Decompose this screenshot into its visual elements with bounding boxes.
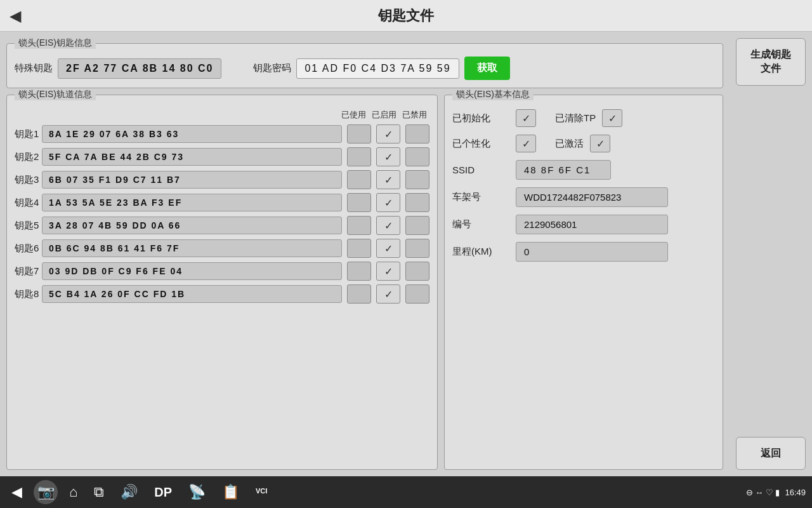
vin-row: 车架号 WDD1724482F075823 [452,187,715,207]
basic-info-inner: 已初始化 ✓ 已清除TP ✓ 已个性化 ✓ 已激活 ✓ SSID [452,109,715,262]
vci-icon[interactable]: VCI [251,482,286,502]
taskbar: ◀ 📷 ⌂ ⧉ 🔊 DP 📡 📋 VCI ⊖ ↔ ♡ ▮ 16:49 [0,476,812,508]
special-key-value: 2F A2 77 CA 8B 14 80 C0 [58,58,221,79]
col-disabled-header: 已禁用 [402,109,427,121]
col-enabled-header: 已启用 [371,109,396,121]
table-row: 钥匙4 1A 53 5A 5E 23 BA F3 EF ✓ [15,193,429,212]
key1-disabled-checkbox[interactable] [405,124,429,144]
right-panel: 生成钥匙文件 返回 [730,32,812,476]
key8-disabled-checkbox[interactable] [405,284,429,304]
left-panel: 锁头(EIS)钥匙信息 特殊钥匙 2F A2 77 CA 8B 14 80 C0… [0,32,730,476]
key3-used-checkbox[interactable] [347,170,371,189]
key5-value: 3A 28 07 4B 59 DD 0A 66 [42,217,342,234]
key4-used-checkbox[interactable] [347,193,371,212]
key8-used-checkbox[interactable] [347,284,371,304]
camera-icon[interactable]: 📷 [34,480,58,504]
taskbar-right: ⊖ ↔ ♡ ▮ 16:49 [746,488,806,497]
table-row: 钥匙7 03 9D DB 0F C9 F6 FE 04 ✓ [15,262,429,281]
basic-info-section: 锁头(EIS)基本信息 已初始化 ✓ 已清除TP ✓ 已个性化 ✓ 已激活 ✓ [444,95,723,470]
personal-row: 已个性化 ✓ 已激活 ✓ [452,135,715,152]
special-key-item: 特殊钥匙 2F A2 77 CA 8B 14 80 C0 [15,58,221,79]
main-content: 锁头(EIS)钥匙信息 特殊钥匙 2F A2 77 CA 8B 14 80 C0… [0,32,812,476]
key5-enabled-checkbox[interactable]: ✓ [376,216,400,235]
key5-used-checkbox[interactable] [347,216,371,235]
table-row: 钥匙6 0B 6C 94 8B 61 41 F6 7F ✓ [15,239,429,258]
key2-label: 钥匙2 [15,151,37,163]
ssid-value: 48 8F 6F C1 [516,160,611,180]
key7-disabled-checkbox[interactable] [405,262,429,281]
status-icons: ⊖ ↔ ♡ ▮ [746,488,780,497]
key2-disabled-checkbox[interactable] [405,147,429,166]
init-row: 已初始化 ✓ 已清除TP ✓ [452,109,715,127]
key2-enabled-checkbox[interactable]: ✓ [376,147,400,166]
mileage-value: 0 [516,242,668,262]
track-header: 已使用 已启用 已禁用 [15,109,429,121]
key7-label: 钥匙7 [15,265,37,277]
number-value: 2129056801 [516,215,668,234]
key7-enabled-checkbox[interactable]: ✓ [376,262,400,281]
vin-label: 车架号 [452,191,509,203]
key6-disabled-checkbox[interactable] [405,239,429,258]
eis-key-info-title: 锁头(EIS)钥匙信息 [15,37,96,49]
clock: 16:49 [785,488,806,497]
password-value: 01 AD F0 C4 D3 7A 59 59 [296,58,459,79]
key1-enabled-checkbox[interactable]: ✓ [376,124,400,144]
home-icon[interactable]: ⌂ [64,481,82,503]
volume-icon[interactable]: 🔊 [115,481,143,503]
vin-value: WDD1724482F075823 [516,187,668,207]
key7-used-checkbox[interactable] [347,262,371,281]
get-button[interactable]: 获取 [464,57,510,80]
ssid-row: SSID 48 8F 6F C1 [452,160,715,180]
mileage-row: 里程(KM) 0 [452,242,715,262]
initialized-label: 已初始化 [452,112,509,124]
password-label: 钥匙密码 [253,62,291,74]
key4-enabled-checkbox[interactable]: ✓ [376,193,400,212]
cleared-tp-checkbox[interactable]: ✓ [602,109,622,127]
key2-used-checkbox[interactable] [347,147,371,166]
col-used-header: 已使用 [341,109,366,121]
table-row: 钥匙2 5F CA 7A BE 44 2B C9 73 ✓ [15,147,429,166]
bottom-sections: 锁头(EIS)轨道信息 已使用 已启用 已禁用 钥匙1 8A 1E 29 07 … [6,95,723,470]
ssid-label: SSID [452,164,509,175]
dp-icon[interactable]: DP [149,483,177,502]
track-info-title: 锁头(EIS)轨道信息 [15,89,96,100]
back-button[interactable]: ◀ [10,7,21,25]
wifi-signal-icon[interactable]: 📡 [183,481,211,503]
key1-used-checkbox[interactable] [347,124,371,144]
key8-label: 钥匙8 [15,288,37,300]
key6-enabled-checkbox[interactable]: ✓ [376,239,400,258]
key6-label: 钥匙6 [15,243,37,255]
key6-used-checkbox[interactable] [347,239,371,258]
generate-key-file-button[interactable]: 生成钥匙文件 [736,38,806,86]
return-button[interactable]: 返回 [736,437,806,470]
activated-checkbox[interactable]: ✓ [590,135,610,152]
personalized-label: 已个性化 [452,138,509,150]
key1-value: 8A 1E 29 07 6A 38 B3 63 [42,125,342,143]
svg-text:VCI: VCI [256,487,267,495]
track-info-section: 锁头(EIS)轨道信息 已使用 已启用 已禁用 钥匙1 8A 1E 29 07 … [6,95,438,470]
key8-enabled-checkbox[interactable]: ✓ [376,284,400,304]
initialized-checkbox[interactable]: ✓ [516,109,536,127]
table-row: 钥匙8 5C B4 1A 26 0F CC FD 1B ✓ [15,284,429,304]
copy-icon[interactable]: ⧉ [89,481,109,503]
key3-label: 钥匙3 [15,174,37,186]
page-title: 钥匙文件 [378,6,434,25]
table-row: 钥匙5 3A 28 07 4B 59 DD 0A 66 ✓ [15,216,429,235]
key6-value: 0B 6C 94 8B 61 41 F6 7F [42,239,342,257]
key4-value: 1A 53 5A 5E 23 BA F3 EF [42,194,342,211]
key8-value: 5C B4 1A 26 0F CC FD 1B [42,285,342,303]
key3-disabled-checkbox[interactable] [405,170,429,189]
document-icon[interactable]: 📋 [217,481,244,503]
back-taskbar-icon[interactable]: ◀ [6,481,27,503]
key3-value: 6B 07 35 F1 D9 C7 11 B7 [42,171,342,189]
key4-label: 钥匙4 [15,197,37,209]
table-row: 钥匙1 8A 1E 29 07 6A 38 B3 63 ✓ [15,124,429,144]
eis-key-info-section: 锁头(EIS)钥匙信息 特殊钥匙 2F A2 77 CA 8B 14 80 C0… [6,43,723,88]
key3-enabled-checkbox[interactable]: ✓ [376,170,400,189]
basic-info-title: 锁头(EIS)基本信息 [452,89,534,100]
key2-value: 5F CA 7A BE 44 2B C9 73 [42,148,342,166]
key4-disabled-checkbox[interactable] [405,193,429,212]
personalized-checkbox[interactable]: ✓ [516,135,536,152]
key5-label: 钥匙5 [15,220,37,232]
key5-disabled-checkbox[interactable] [405,216,429,235]
